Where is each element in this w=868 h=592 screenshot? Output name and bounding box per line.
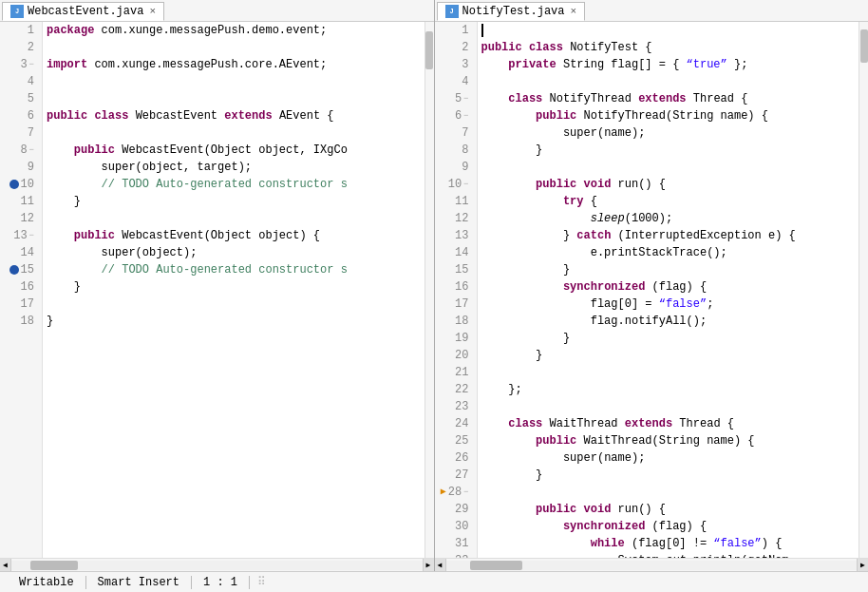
code-token: }; — [727, 56, 748, 73]
code-line[interactable]: } — [43, 278, 425, 296]
fold-marker[interactable]: − — [463, 176, 468, 193]
code-line[interactable]: } — [43, 313, 425, 330]
fold-marker[interactable]: − — [29, 227, 34, 244]
code-line[interactable]: super(object, target); — [43, 159, 425, 176]
right-hscroll-left-btn[interactable]: ◀ — [435, 559, 446, 572]
code-line[interactable]: } — [478, 467, 859, 484]
code-line[interactable] — [43, 39, 425, 56]
left-vertical-scrollbar[interactable] — [425, 22, 434, 558]
code-line[interactable] — [478, 159, 859, 176]
code-token: { — [584, 193, 597, 210]
code-line[interactable]: import com.xunge.messagePush.core.AEvent… — [43, 56, 425, 73]
line-number: 32 — [439, 552, 473, 558]
code-line[interactable]: public class WebcastEvent extends AEvent… — [43, 107, 425, 124]
code-token — [47, 159, 102, 176]
fold-marker[interactable]: − — [463, 107, 468, 124]
left-hscroll-left-btn[interactable]: ◀ — [0, 559, 11, 572]
code-token: // TODO Auto-generated constructor s — [102, 261, 348, 278]
left-horizontal-scrollbar[interactable]: ◀ ▶ — [0, 558, 434, 571]
code-line[interactable]: }; — [478, 381, 859, 398]
code-line[interactable]: super(object); — [43, 244, 425, 261]
code-line[interactable]: public WebcastEvent(Object object, IXgCo — [43, 142, 425, 159]
code-line[interactable]: e.printStackTrace(); — [478, 244, 859, 261]
line-number: 8 — [439, 142, 473, 159]
right-code-area[interactable]: public class NotifyTest { private String… — [478, 22, 859, 558]
code-line[interactable] — [43, 124, 425, 142]
code-line[interactable]: sleep(1000); — [478, 210, 859, 227]
code-line[interactable] — [478, 22, 859, 39]
code-line[interactable]: super(name); — [478, 124, 859, 142]
code-line[interactable]: public void run() { — [478, 176, 859, 193]
code-line[interactable]: flag.notifyAll(); — [478, 313, 859, 330]
right-editor-tab[interactable]: J NotifyTest.java × — [437, 2, 586, 21]
code-line[interactable]: private String flag[] = { “true” }; — [478, 56, 859, 73]
code-line[interactable]: } catch (InterruptedException e) { — [478, 227, 859, 244]
line-number: 16 — [4, 278, 38, 296]
code-token: public — [47, 107, 87, 124]
code-line[interactable] — [43, 73, 425, 90]
code-line[interactable]: super(name); — [478, 449, 859, 467]
right-tab-bar: J NotifyTest.java × — [435, 0, 869, 22]
left-hscroll-thumb[interactable] — [30, 561, 78, 570]
fold-marker[interactable]: − — [463, 90, 468, 107]
code-line[interactable]: public WaitThread(String name) { — [478, 432, 859, 449]
code-token — [481, 193, 563, 210]
left-hscroll-right-btn[interactable]: ▶ — [423, 559, 434, 572]
fold-marker[interactable]: − — [29, 142, 34, 159]
code-line[interactable] — [43, 296, 425, 313]
code-token: com.xunge.messagePush.demo.event; — [94, 22, 327, 39]
code-token: package — [47, 22, 94, 39]
line-number: 12 — [439, 210, 473, 227]
line-number: 6 — [4, 107, 38, 124]
left-editor-tab[interactable]: J WebcastEvent.java × — [2, 2, 164, 21]
code-line[interactable]: } — [478, 142, 859, 159]
left-code-area[interactable]: package com.xunge.messagePush.demo.event… — [43, 22, 425, 558]
code-line[interactable]: synchronized (flag) { — [478, 518, 859, 535]
code-line[interactable]: while (flag[0] != “false”) { — [478, 535, 859, 552]
code-line[interactable]: class NotifyThread extends Thread { — [478, 90, 859, 107]
code-line[interactable]: flag[0] = “false”; — [478, 296, 859, 313]
line-number: 11 — [439, 193, 473, 210]
line-number: 9 — [439, 159, 473, 176]
right-hscroll-thumb[interactable] — [470, 561, 522, 570]
left-scrollbar-thumb[interactable] — [425, 31, 433, 69]
fold-marker[interactable]: − — [463, 484, 468, 501]
code-token — [481, 210, 591, 227]
code-line[interactable]: } — [478, 347, 859, 364]
code-line[interactable] — [478, 364, 859, 381]
line-number: 2 — [439, 39, 473, 56]
code-line[interactable]: } — [43, 193, 425, 210]
code-line[interactable]: public NotifyThread(String name) { — [478, 107, 859, 124]
code-token — [47, 261, 102, 278]
right-hscroll-right-btn[interactable]: ▶ — [857, 559, 868, 572]
fold-marker[interactable]: − — [29, 56, 34, 73]
code-line[interactable]: class WaitThread extends Thread { — [478, 415, 859, 432]
code-line[interactable]: // TODO Auto-generated constructor s — [43, 176, 425, 193]
code-line[interactable]: public void run() { — [478, 501, 859, 518]
code-line[interactable]: public WebcastEvent(Object object) { — [43, 227, 425, 244]
code-line[interactable] — [478, 398, 859, 415]
code-line[interactable] — [43, 90, 425, 107]
code-line[interactable]: synchronized (flag) { — [478, 278, 859, 296]
right-scrollbar-thumb[interactable] — [860, 29, 868, 63]
right-horizontal-scrollbar[interactable]: ◀ ▶ — [435, 558, 869, 571]
right-vertical-scrollbar[interactable] — [859, 22, 868, 558]
code-line[interactable]: // TODO Auto-generated constructor s — [43, 261, 425, 278]
code-token: extends — [638, 90, 686, 107]
code-line[interactable]: } — [478, 330, 859, 347]
code-token: public — [536, 107, 576, 124]
line-number: 9 — [4, 159, 38, 176]
code-line[interactable] — [478, 73, 859, 90]
code-line[interactable]: public class NotifyTest { — [478, 39, 859, 56]
left-hscroll-track[interactable] — [11, 561, 423, 570]
code-token: import — [47, 56, 87, 73]
code-line[interactable]: try { — [478, 193, 859, 210]
left-tab-close-icon[interactable]: × — [149, 6, 156, 17]
right-tab-close-icon[interactable]: × — [571, 6, 577, 17]
right-hscroll-track[interactable] — [446, 561, 858, 570]
code-token: while — [591, 535, 625, 552]
code-line[interactable] — [43, 210, 425, 227]
code-line[interactable]: } — [478, 261, 859, 278]
code-line[interactable]: package com.xunge.messagePush.demo.event… — [43, 22, 425, 39]
code-line[interactable] — [478, 484, 859, 501]
